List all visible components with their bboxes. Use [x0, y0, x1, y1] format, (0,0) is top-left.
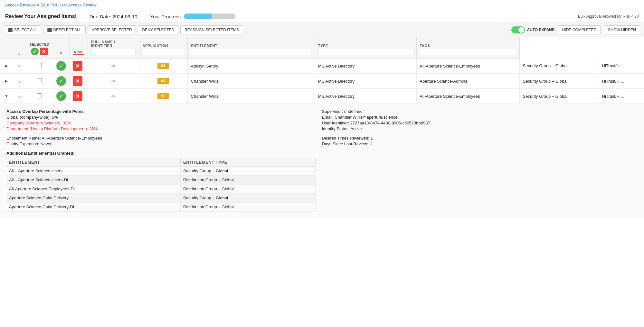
bulk-approval-info: Bulk Approval Allowed for Risk < 70 [578, 14, 639, 19]
header-deny-icon[interactable] [40, 48, 48, 55]
breadcrumb: Access Reviews > SOX Full User Access Re… [0, 0, 644, 10]
full-name-cell-5: Chandler Willis [187, 74, 315, 89]
edit-icon-6[interactable]: ✏ [111, 94, 116, 99]
deny-cell-4[interactable] [69, 58, 88, 74]
entitlement-info-section: Entitlement Name: All-Aperture Science-E… [6, 136, 316, 146]
progress-bar-outer [184, 14, 235, 19]
row-checkbox-4[interactable] [37, 63, 42, 68]
access-overlap-company: Company (Aperture Science): 32% [6, 121, 316, 125]
risk-cell-5: 64 [139, 74, 187, 89]
add-ent-row: All – Aperture Science-UsersSecurity Gro… [6, 167, 315, 176]
additional-entitlements-title: Additional Entitlement(s) Granted: [6, 151, 316, 156]
application-cell-6: MS Active Directory [315, 89, 416, 104]
add-ent-type-cell: Distribution Group – Global [181, 185, 315, 194]
risk-badge-5: 64 [157, 78, 169, 84]
filter-application[interactable] [143, 49, 184, 55]
add-ent-type-cell: Distribution Group – Global [181, 203, 315, 212]
edit-cell-6[interactable]: ✏ [88, 89, 139, 104]
filter-tags[interactable] [420, 49, 516, 55]
expand-button-4[interactable]: ▶ [4, 63, 9, 69]
col-tags-label: TAGS [420, 44, 430, 48]
add-ent-row: Aperture Science-Cake DeliverySecurity G… [6, 194, 315, 203]
approve-selected-button[interactable]: APPROVE SELECTED [88, 25, 136, 34]
additional-entitlements-table: Entitlement Entitlement Type All – Apert… [6, 158, 316, 212]
edit-cell-4[interactable]: ✏ [88, 58, 139, 74]
type-cell-6: Security Group – Global [519, 89, 599, 104]
row-num-5: 5 [13, 74, 26, 89]
auto-expand-label: AUTO EXPAND [527, 28, 554, 32]
deny-button-6[interactable] [73, 91, 82, 101]
approve-button-4[interactable] [56, 61, 66, 71]
col-header-selected: SELECTED [26, 37, 53, 58]
approve-cell-5[interactable] [53, 74, 69, 89]
entitlement-name: Entitlement Name: All-Aperture Science-E… [6, 136, 316, 141]
select-all-button[interactable]: SELECT ALL [4, 25, 41, 34]
expand-cell-5[interactable]: ▶ [0, 74, 13, 89]
header-approve-icon[interactable] [31, 48, 39, 55]
add-ent-entitlement-cell: All – Aperture Science-Users [6, 167, 181, 176]
approve-button-5[interactable] [56, 76, 66, 86]
deny-cell-5[interactable] [69, 74, 88, 89]
application-cell-4: MS Active Directory [315, 58, 416, 74]
checkbox-icon [8, 28, 13, 32]
filter-full-name[interactable] [91, 49, 136, 55]
row-num-4: 4 [13, 58, 26, 74]
col-header-entitlement: ENTITLEMENT [187, 37, 315, 58]
full-name-cell-4: Addilyn Gentry [187, 58, 315, 74]
show-hidden-button[interactable]: SHOW HIDDEN [604, 25, 640, 34]
hide-completed-label: HIDE COMPLETED [562, 28, 597, 32]
filter-type[interactable] [318, 49, 413, 55]
add-ent-col-type: Entitlement Type [181, 158, 315, 167]
col-full-name-label: FULL NAME / IDENTIFIER [91, 40, 115, 48]
col-type-label: TYPE [318, 44, 328, 48]
expand-button-6[interactable]: ▼ [3, 93, 10, 99]
breadcrumb-current: SOX Full User Access Review [40, 3, 96, 7]
filter-entitlement[interactable] [191, 49, 311, 55]
checkbox-cell-5[interactable] [26, 74, 53, 89]
deny-cell-6[interactable] [69, 89, 88, 104]
progress-bar-inner [184, 14, 212, 19]
reassign-button[interactable]: REASSIGN SELECTED ITEMS [180, 25, 243, 34]
days-since: Days Since Last Review: -1 [322, 141, 631, 146]
email: Email: Chandler.Willis@aperture.science [322, 115, 631, 120]
row-num-6: 6 [13, 89, 26, 104]
add-ent-type-cell: Security Group – Global [181, 194, 315, 203]
hide-completed-button[interactable]: HIDE COMPLETED [558, 25, 601, 34]
entitlement-cell-6: All-Aperture Science-Employees [416, 89, 519, 104]
deny-button-5[interactable] [73, 76, 82, 86]
toggle-track[interactable] [511, 26, 525, 33]
tags-cell-6: HiTrust/Hi… [599, 89, 644, 104]
identity-status: Identity Status: Active [322, 126, 631, 131]
row-checkbox-5[interactable] [37, 78, 42, 83]
auto-expand-toggle[interactable]: AUTO EXPAND [511, 26, 554, 33]
table-header-row: # SELECTED ✏ RISK FULL NAME / IDENTIFI [0, 37, 644, 58]
add-ent-entitlement-cell: Aperture Science-Cake Delivery-DL [6, 203, 181, 212]
deny-selected-button[interactable]: DENY SELECTED [138, 25, 178, 34]
risk-cell-6: 62 [139, 89, 187, 104]
add-ent-row: Aperture Science-Cake Delivery-DLDistrib… [6, 203, 315, 212]
row-checkbox-6[interactable] [37, 93, 42, 98]
edit-cell-5[interactable]: ✏ [88, 74, 139, 89]
approve-cell-4[interactable] [53, 58, 69, 74]
approve-cell-6[interactable] [53, 89, 69, 104]
expand-button-5[interactable]: ▶ [4, 78, 9, 84]
access-overlap-global: Global (company-wide): 5% [6, 115, 316, 120]
deselect-checkbox-icon [47, 28, 52, 32]
breadcrumb-parent-link[interactable]: Access Reviews [5, 3, 36, 7]
deselect-all-button[interactable]: DESELECT ALL [43, 25, 86, 34]
expand-cell-6[interactable]: ▼ [0, 89, 13, 104]
additional-entitlements-section: Additional Entitlement(s) Granted: Entit… [6, 151, 316, 212]
col-header-edit: ✏ [53, 37, 69, 58]
deny-button-4[interactable] [73, 61, 82, 71]
edit-icon-4[interactable]: ✏ [111, 63, 116, 69]
edit-icon-5[interactable]: ✏ [111, 78, 116, 84]
risk-cell-4: 64 [139, 58, 187, 74]
entitlement-cell-4: All-Aperture Science-Employees [416, 58, 519, 74]
approve-button-6[interactable] [56, 91, 66, 101]
checkbox-cell-4[interactable] [26, 58, 53, 74]
col-entitlement-label: ENTITLEMENT [191, 44, 218, 48]
checkbox-cell-6[interactable] [26, 89, 53, 104]
toolbar: SELECT ALL DESELECT ALL APPROVE SELECTED… [0, 23, 644, 37]
col-header-application: APPLICATION [139, 37, 187, 58]
expand-cell-4[interactable]: ▶ [0, 58, 13, 74]
